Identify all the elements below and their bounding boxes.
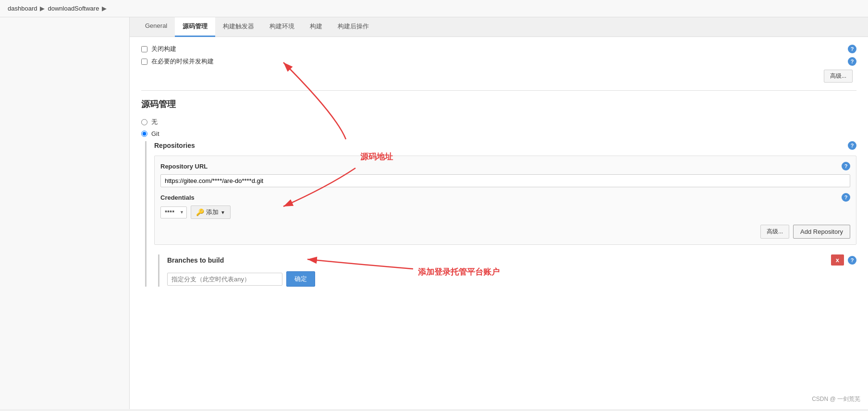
radio-none-row: 无: [141, 118, 856, 126]
key-icon: 🔑: [196, 208, 204, 216]
content-area: General 源码管理 构建触发器 构建环境 构建 构建后操作 关闭构建 ? …: [130, 17, 868, 409]
branches-label: Branches to build: [167, 256, 224, 264]
left-panel: [0, 17, 130, 409]
disable-build-row: 关闭构建 ?: [141, 45, 856, 53]
tab-triggers[interactable]: 构建触发器: [215, 17, 262, 37]
breadcrumb-dashboard[interactable]: dashboard: [8, 5, 37, 12]
branches-header-right: x ?: [831, 254, 856, 266]
credentials-select[interactable]: ****: [160, 206, 187, 218]
breadcrumb-arrow-1: ▶: [40, 5, 45, 12]
repos-header: Repositories ?: [154, 141, 856, 150]
repositories-label: Repositories: [154, 142, 195, 149]
credentials-row: **** 🔑 添加 ▼: [160, 206, 850, 219]
build-when-necessary-help-icon[interactable]: ?: [848, 57, 856, 66]
repo-url-field-row: Repository URL ?: [160, 162, 850, 170]
branch-input-row: 确定: [167, 271, 856, 287]
tab-build[interactable]: 构建: [302, 17, 330, 37]
advanced-btn-row-top: 高级...: [141, 70, 856, 83]
watermark: CSDN @ 一剑荒芜: [812, 395, 860, 403]
radio-git[interactable]: [141, 131, 147, 137]
add-repository-button[interactable]: Add Repository: [793, 225, 850, 239]
add-credentials-button[interactable]: 🔑 添加 ▼: [191, 206, 231, 219]
branch-confirm-button[interactable]: 确定: [286, 271, 315, 287]
breadcrumb: dashboard ▶ downloadSoftware ▶: [0, 0, 868, 17]
section-divider-1: [141, 90, 856, 91]
tab-scm[interactable]: 源码管理: [175, 17, 215, 37]
tabs-bar: General 源码管理 构建触发器 构建环境 构建 构建后操作: [130, 17, 868, 37]
repo-url-input[interactable]: [160, 174, 850, 187]
branch-text-input[interactable]: [167, 273, 282, 286]
build-when-necessary-label: 在必要的时候并发构建: [151, 57, 214, 66]
tab-post-build[interactable]: 构建后操作: [330, 17, 377, 37]
advanced-button-top[interactable]: 高级...: [824, 70, 853, 83]
content-body: 关闭构建 ? 在必要的时候并发构建 ? 高级... 源码管理 无: [130, 37, 868, 294]
radio-none-label: 无: [151, 118, 158, 126]
action-buttons-row: 高级... Add Repository: [160, 225, 850, 239]
branches-header: Branches to build x ?: [167, 254, 856, 266]
credentials-help-icon[interactable]: ?: [842, 193, 850, 202]
credentials-section: Credentials ? **** 🔑: [160, 193, 850, 219]
tab-environment[interactable]: 构建环境: [262, 17, 302, 37]
build-when-necessary-checkbox[interactable]: [141, 59, 147, 65]
breadcrumb-arrow-2: ▶: [102, 5, 107, 12]
disable-build-checkbox[interactable]: [141, 46, 147, 52]
credentials-select-wrapper: ****: [160, 206, 187, 218]
repo-url-box: Repository URL ? Credentials ?: [154, 156, 856, 245]
branches-section: Branches to build x ? 确定: [158, 254, 856, 287]
build-when-necessary-row: 在必要的时候并发构建 ?: [141, 57, 856, 66]
breadcrumb-downloadsoftware[interactable]: downloadSoftware: [48, 5, 99, 12]
radio-git-label: Git: [151, 130, 159, 137]
radio-git-row: Git: [141, 130, 856, 137]
repo-url-label: Repository URL: [160, 163, 208, 170]
tab-general[interactable]: General: [137, 17, 175, 37]
add-btn-label: 添加: [206, 208, 219, 217]
disable-build-label: 关闭构建: [151, 45, 176, 53]
dropdown-arrow-icon: ▼: [220, 210, 225, 215]
repositories-help-icon[interactable]: ?: [848, 141, 856, 150]
credentials-field-row: Credentials ?: [160, 193, 850, 202]
scm-section-title: 源码管理: [141, 98, 856, 110]
repositories-panel: Repositories ? Repository URL ?: [145, 141, 856, 287]
repo-url-help-icon[interactable]: ?: [842, 162, 850, 170]
credentials-label: Credentials: [160, 194, 195, 201]
radio-none[interactable]: [141, 119, 147, 125]
disable-build-help-icon[interactable]: ?: [848, 45, 856, 53]
branches-help-icon[interactable]: ?: [848, 256, 856, 265]
branch-delete-button[interactable]: x: [831, 254, 844, 266]
advanced-button-repo[interactable]: 高级...: [760, 225, 789, 239]
